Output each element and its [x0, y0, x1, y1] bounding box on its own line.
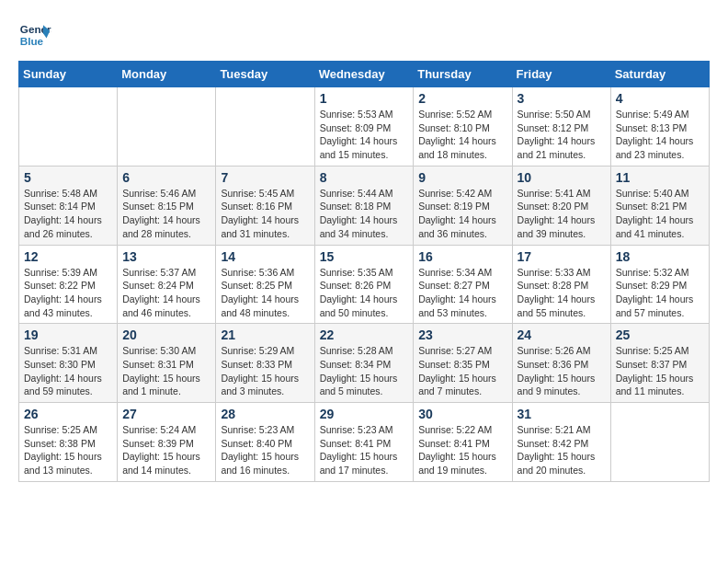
- day-info: Sunrise: 5:41 AMSunset: 8:20 PMDaylight:…: [518, 187, 606, 241]
- day-number: 8: [320, 170, 409, 185]
- day-number: 24: [518, 327, 606, 342]
- day-number: 7: [221, 170, 309, 185]
- day-info: Sunrise: 5:42 AMSunset: 8:19 PMDaylight:…: [418, 187, 506, 241]
- day-info: Sunrise: 5:35 AMSunset: 8:26 PMDaylight:…: [320, 266, 409, 320]
- day-number: 21: [221, 327, 309, 342]
- day-info: Sunrise: 5:36 AMSunset: 8:25 PMDaylight:…: [221, 266, 309, 320]
- day-info: Sunrise: 5:23 AMSunset: 8:40 PMDaylight:…: [221, 423, 309, 477]
- day-cell: 12Sunrise: 5:39 AMSunset: 8:22 PMDayligh…: [19, 245, 118, 324]
- logo: General Blue: [18, 18, 51, 52]
- day-cell: [216, 87, 314, 167]
- day-cell: 30Sunrise: 5:22 AMSunset: 8:41 PMDayligh…: [414, 403, 512, 482]
- day-info: Sunrise: 5:49 AMSunset: 8:13 PMDaylight:…: [616, 108, 704, 162]
- day-info: Sunrise: 5:50 AMSunset: 8:12 PMDaylight:…: [518, 108, 606, 162]
- day-cell: 24Sunrise: 5:26 AMSunset: 8:36 PMDayligh…: [512, 324, 610, 403]
- day-number: 16: [418, 249, 506, 264]
- day-info: Sunrise: 5:33 AMSunset: 8:28 PMDaylight:…: [518, 266, 606, 320]
- day-info: Sunrise: 5:25 AMSunset: 8:38 PMDaylight:…: [24, 423, 112, 477]
- day-info: Sunrise: 5:23 AMSunset: 8:41 PMDaylight:…: [320, 423, 409, 477]
- day-cell: [118, 87, 216, 167]
- day-number: 2: [418, 91, 506, 106]
- header-saturday: Saturday: [610, 62, 709, 87]
- day-cell: 27Sunrise: 5:24 AMSunset: 8:39 PMDayligh…: [118, 403, 216, 482]
- day-cell: 28Sunrise: 5:23 AMSunset: 8:40 PMDayligh…: [216, 403, 314, 482]
- header-tuesday: Tuesday: [216, 62, 314, 87]
- week-row-1: 1Sunrise: 5:53 AMSunset: 8:09 PMDaylight…: [19, 87, 710, 167]
- day-info: Sunrise: 5:46 AMSunset: 8:15 PMDaylight:…: [122, 187, 210, 241]
- header-monday: Monday: [118, 62, 216, 87]
- day-cell: 31Sunrise: 5:21 AMSunset: 8:42 PMDayligh…: [512, 403, 610, 482]
- day-number: 10: [518, 170, 606, 185]
- day-info: Sunrise: 5:37 AMSunset: 8:24 PMDaylight:…: [122, 266, 210, 320]
- day-cell: 19Sunrise: 5:31 AMSunset: 8:30 PMDayligh…: [19, 324, 118, 403]
- day-cell: 2Sunrise: 5:52 AMSunset: 8:10 PMDaylight…: [414, 87, 512, 167]
- day-cell: [19, 87, 118, 167]
- day-cell: 20Sunrise: 5:30 AMSunset: 8:31 PMDayligh…: [118, 324, 216, 403]
- day-cell: [610, 403, 709, 482]
- week-row-2: 5Sunrise: 5:48 AMSunset: 8:14 PMDaylight…: [19, 166, 710, 245]
- day-number: 23: [418, 327, 506, 342]
- calendar-header-row: SundayMondayTuesdayWednesdayThursdayFrid…: [19, 62, 710, 87]
- day-info: Sunrise: 5:25 AMSunset: 8:37 PMDaylight:…: [616, 344, 704, 398]
- day-cell: 26Sunrise: 5:25 AMSunset: 8:38 PMDayligh…: [19, 403, 118, 482]
- day-number: 9: [418, 170, 506, 185]
- day-number: 3: [518, 91, 606, 106]
- day-number: 14: [221, 249, 309, 264]
- header-friday: Friday: [512, 62, 610, 87]
- day-number: 4: [616, 91, 704, 106]
- logo-icon: General Blue: [18, 18, 51, 52]
- day-info: Sunrise: 5:27 AMSunset: 8:35 PMDaylight:…: [418, 344, 506, 398]
- day-cell: 6Sunrise: 5:46 AMSunset: 8:15 PMDaylight…: [118, 166, 216, 245]
- day-number: 6: [122, 170, 210, 185]
- day-number: 17: [518, 249, 606, 264]
- day-number: 31: [518, 407, 606, 421]
- day-info: Sunrise: 5:40 AMSunset: 8:21 PMDaylight:…: [616, 187, 704, 241]
- week-row-3: 12Sunrise: 5:39 AMSunset: 8:22 PMDayligh…: [19, 245, 710, 324]
- day-cell: 8Sunrise: 5:44 AMSunset: 8:18 PMDaylight…: [314, 166, 414, 245]
- day-number: 28: [221, 407, 309, 421]
- header-thursday: Thursday: [414, 62, 512, 87]
- day-number: 15: [320, 249, 409, 264]
- day-cell: 4Sunrise: 5:49 AMSunset: 8:13 PMDaylight…: [610, 87, 709, 167]
- day-number: 22: [320, 327, 409, 342]
- header: General Blue: [18, 18, 710, 52]
- day-number: 29: [320, 407, 409, 421]
- day-number: 26: [24, 407, 112, 421]
- day-number: 5: [24, 170, 112, 185]
- day-info: Sunrise: 5:53 AMSunset: 8:09 PMDaylight:…: [320, 108, 409, 162]
- day-info: Sunrise: 5:48 AMSunset: 8:14 PMDaylight:…: [24, 187, 112, 241]
- day-cell: 21Sunrise: 5:29 AMSunset: 8:33 PMDayligh…: [216, 324, 314, 403]
- day-info: Sunrise: 5:29 AMSunset: 8:33 PMDaylight:…: [221, 344, 309, 398]
- day-number: 19: [24, 327, 112, 342]
- day-cell: 10Sunrise: 5:41 AMSunset: 8:20 PMDayligh…: [512, 166, 610, 245]
- day-info: Sunrise: 5:22 AMSunset: 8:41 PMDaylight:…: [418, 423, 506, 477]
- day-info: Sunrise: 5:39 AMSunset: 8:22 PMDaylight:…: [24, 266, 112, 320]
- day-number: 18: [616, 249, 704, 264]
- day-info: Sunrise: 5:45 AMSunset: 8:16 PMDaylight:…: [221, 187, 309, 241]
- day-cell: 11Sunrise: 5:40 AMSunset: 8:21 PMDayligh…: [610, 166, 709, 245]
- day-cell: 13Sunrise: 5:37 AMSunset: 8:24 PMDayligh…: [118, 245, 216, 324]
- day-number: 13: [122, 249, 210, 264]
- day-cell: 25Sunrise: 5:25 AMSunset: 8:37 PMDayligh…: [610, 324, 709, 403]
- day-cell: 14Sunrise: 5:36 AMSunset: 8:25 PMDayligh…: [216, 245, 314, 324]
- day-cell: 5Sunrise: 5:48 AMSunset: 8:14 PMDaylight…: [19, 166, 118, 245]
- day-cell: 9Sunrise: 5:42 AMSunset: 8:19 PMDaylight…: [414, 166, 512, 245]
- day-info: Sunrise: 5:24 AMSunset: 8:39 PMDaylight:…: [122, 423, 210, 477]
- day-number: 11: [616, 170, 704, 185]
- day-cell: 3Sunrise: 5:50 AMSunset: 8:12 PMDaylight…: [512, 87, 610, 167]
- week-row-5: 26Sunrise: 5:25 AMSunset: 8:38 PMDayligh…: [19, 403, 710, 482]
- header-sunday: Sunday: [19, 62, 118, 87]
- day-info: Sunrise: 5:30 AMSunset: 8:31 PMDaylight:…: [122, 344, 210, 398]
- day-cell: 16Sunrise: 5:34 AMSunset: 8:27 PMDayligh…: [414, 245, 512, 324]
- calendar: SundayMondayTuesdayWednesdayThursdayFrid…: [18, 61, 710, 482]
- day-cell: 15Sunrise: 5:35 AMSunset: 8:26 PMDayligh…: [314, 245, 414, 324]
- day-number: 20: [122, 327, 210, 342]
- day-info: Sunrise: 5:31 AMSunset: 8:30 PMDaylight:…: [24, 344, 112, 398]
- day-number: 1: [320, 91, 409, 106]
- day-cell: 22Sunrise: 5:28 AMSunset: 8:34 PMDayligh…: [314, 324, 414, 403]
- day-info: Sunrise: 5:21 AMSunset: 8:42 PMDaylight:…: [518, 423, 606, 477]
- day-number: 12: [24, 249, 112, 264]
- day-info: Sunrise: 5:32 AMSunset: 8:29 PMDaylight:…: [616, 266, 704, 320]
- day-cell: 18Sunrise: 5:32 AMSunset: 8:29 PMDayligh…: [610, 245, 709, 324]
- day-cell: 1Sunrise: 5:53 AMSunset: 8:09 PMDaylight…: [314, 87, 414, 167]
